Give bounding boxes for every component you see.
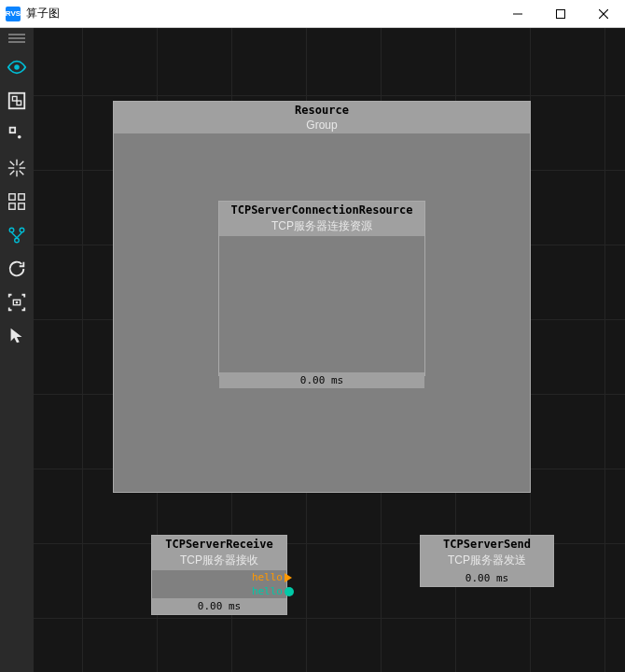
node-body [219, 236, 424, 372]
svg-rect-23 [19, 194, 24, 200]
output-label: hello [252, 571, 283, 583]
svg-line-20 [10, 171, 15, 175]
workspace: Resource Group TCPServerConnectionResour… [0, 28, 625, 672]
port-circle-icon[interactable] [285, 587, 294, 596]
node-subtitle: TCP服务器连接资源 [219, 218, 424, 236]
titlebar: RVS 算子图 [0, 0, 625, 28]
node-subtitle: TCP服务器发送 [421, 553, 553, 570]
pointer-icon[interactable] [0, 319, 34, 353]
svg-rect-22 [9, 194, 15, 200]
node-tcp-server-send[interactable]: TCPServerSend TCP服务器发送 0.00 ms [420, 535, 554, 587]
output-port-row: hello [152, 570, 286, 584]
node-title: Resource [114, 102, 530, 119]
node-subtitle: Group [114, 119, 530, 133]
menu-icon[interactable] [0, 32, 34, 45]
grid-boxes-icon[interactable] [0, 185, 34, 218]
node-timing: 0.00 ms [421, 570, 553, 586]
eye-icon[interactable] [0, 50, 34, 84]
maximize-button[interactable] [539, 0, 582, 28]
svg-line-21 [20, 171, 24, 175]
svg-rect-10 [17, 101, 21, 105]
app-icon: RVS [6, 7, 21, 21]
node-subtitle: TCP服务器接收 [152, 553, 286, 570]
branch-icon[interactable] [0, 218, 34, 252]
svg-point-28 [15, 238, 20, 243]
node-title: TCPServerConnectionResource [219, 202, 424, 218]
snap-icon[interactable] [0, 151, 34, 185]
node-body: TCPServerConnectionResource TCP服务器连接资源 0… [114, 133, 530, 486]
window-controls [496, 0, 625, 28]
node-resource[interactable]: Resource Group TCPServerConnectionResour… [113, 101, 531, 493]
svg-point-30 [16, 301, 19, 304]
node-timing: 0.00 ms [152, 598, 286, 614]
svg-point-26 [9, 228, 14, 232]
refresh-icon[interactable] [0, 252, 34, 286]
svg-rect-25 [19, 203, 24, 209]
canvas[interactable]: Resource Group TCPServerConnectionResour… [34, 28, 625, 672]
close-button[interactable] [582, 0, 625, 28]
output-port-row: hello [152, 584, 286, 598]
node-title: TCPServerSend [421, 536, 553, 553]
minimize-button[interactable] [496, 0, 539, 28]
node-tcp-server-receive[interactable]: TCPServerReceive TCP服务器接收 hello hello 0.… [151, 535, 287, 615]
svg-rect-1 [557, 9, 565, 18]
output-label: hello [252, 585, 283, 597]
node-tcp-connection-resource[interactable]: TCPServerConnectionResource TCP服务器连接资源 0… [218, 201, 425, 376]
link-small-icon[interactable] [0, 118, 34, 151]
link-box-icon[interactable] [0, 84, 34, 118]
node-title: TCPServerReceive [152, 536, 286, 553]
svg-point-27 [20, 228, 24, 232]
node-timing: 0.00 ms [219, 372, 424, 388]
svg-line-18 [10, 161, 15, 166]
svg-rect-24 [9, 203, 15, 209]
svg-line-19 [20, 161, 24, 166]
svg-point-13 [18, 135, 21, 139]
window-title: 算子图 [26, 6, 496, 21]
svg-rect-12 [11, 129, 15, 133]
node-body: hello hello [152, 570, 286, 598]
port-triangle-icon[interactable] [285, 573, 294, 582]
screenshot-icon[interactable] [0, 286, 34, 319]
svg-point-7 [14, 64, 20, 70]
sidebar [0, 28, 34, 672]
